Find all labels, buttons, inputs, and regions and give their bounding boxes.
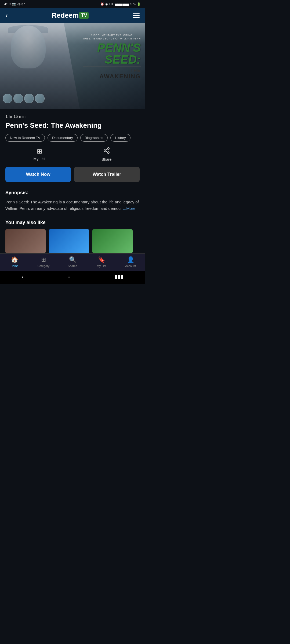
menu-button[interactable]: [133, 13, 140, 18]
hero-image: A DOCUMENTARY EXPLORING THE LIFE AND LEG…: [0, 23, 145, 109]
movie-duration: 1 hr 15 min: [5, 114, 140, 119]
status-right: ⏰ ◉ LTE ▅▅▅ ▅▅▅ 16% 🔋: [100, 2, 141, 6]
actions-row: ⊞ My List Share: [5, 147, 140, 162]
nav-category-label: Category: [38, 264, 50, 268]
nav-home-label: Home: [10, 264, 18, 268]
watch-buttons: Watch Now Watch Trailer: [5, 167, 140, 182]
svg-point-2: [107, 152, 109, 154]
more-link[interactable]: ...More: [123, 206, 136, 211]
tag-documentary[interactable]: Documentary: [48, 134, 77, 142]
also-like-card-2[interactable]: [49, 229, 89, 253]
movie-tags: New to Redeem TV Documentary Biographies…: [5, 134, 140, 142]
person-2: [13, 94, 23, 103]
add-list-icon: ⊞: [37, 148, 42, 155]
sys-home-button[interactable]: ○: [67, 274, 71, 280]
synopsis-section: Synopsis: Penn's Seed: The Awakening is …: [0, 190, 145, 217]
hero-title-the: THE: [83, 68, 141, 73]
time: 4:19: [4, 2, 10, 6]
nav-account-label: Account: [125, 264, 136, 268]
nav-search[interactable]: 🔍 Search: [58, 256, 87, 268]
nav-search-label: Search: [68, 264, 77, 268]
my-list-label: My List: [34, 157, 45, 161]
battery-level: 16%: [130, 2, 136, 6]
status-bar: 4:19 📷 ◁ ◁ • ⏰ ◉ LTE ▅▅▅ ▅▅▅ 16% 🔋: [0, 0, 145, 8]
share-button[interactable]: Share: [102, 147, 111, 162]
synopsis-title: Synopsis:: [5, 190, 140, 196]
tag-history[interactable]: History: [110, 134, 130, 142]
network-label: LTE: [109, 2, 114, 6]
nav-my-list[interactable]: 🔖 My List: [87, 256, 116, 268]
share-icon: [103, 147, 110, 156]
movie-title: Penn's Seed: The Awakening: [5, 121, 140, 130]
person-1: [3, 94, 12, 103]
menu-line-1: [133, 13, 140, 14]
also-like-section: You may also like: [0, 217, 145, 253]
sys-recent-button[interactable]: ▮▮▮: [114, 273, 123, 280]
app-logo: RedeemTV: [52, 11, 89, 20]
signal-bars: ▅▅▅ ▅▅▅: [115, 2, 129, 6]
my-list-nav-icon: 🔖: [98, 256, 105, 263]
bottom-nav: 🏠 Home ⊞ Category 🔍 Search 🔖 My List 👤 A…: [0, 253, 145, 271]
watch-now-button[interactable]: Watch Now: [5, 167, 71, 182]
my-list-button[interactable]: ⊞ My List: [34, 148, 45, 161]
home-icon: 🏠: [11, 256, 18, 263]
tag-biographies[interactable]: Biographies: [80, 134, 108, 142]
battery-icon: 🔋: [137, 2, 141, 6]
logo-tv: TV: [79, 12, 89, 19]
back-button[interactable]: ‹: [5, 11, 8, 20]
hero-divider: [83, 67, 141, 67]
status-left: 4:19 📷 ◁ ◁ •: [4, 2, 25, 6]
nav-account[interactable]: 👤 Account: [116, 256, 145, 268]
tag-new[interactable]: New to Redeem TV: [5, 134, 45, 142]
nav-my-list-label: My List: [97, 264, 106, 268]
nav-category[interactable]: ⊞ Category: [29, 256, 58, 268]
synopsis-text: Penn's Seed: The Awakening is a document…: [5, 199, 140, 212]
main-content: 1 hr 15 min Penn's Seed: The Awakening N…: [0, 109, 145, 182]
account-icon: 👤: [127, 256, 134, 263]
share-label: Share: [102, 157, 111, 162]
menu-line-3: [133, 17, 140, 18]
svg-point-0: [107, 148, 109, 149]
hero-title-penn: PENN'S: [83, 42, 141, 54]
svg-line-4: [106, 149, 107, 150]
also-like-card-3[interactable]: [92, 229, 133, 253]
hero-title-seed: SEED:: [83, 54, 141, 65]
status-icons: 📷 ◁ ◁ •: [12, 2, 25, 6]
also-like-title: You may also like: [5, 220, 140, 225]
hero-title-block: A DOCUMENTARY EXPLORING THE LIFE AND LEG…: [83, 34, 141, 80]
person-4: [35, 94, 45, 103]
hero-title-awakening: AWAKENING: [83, 73, 141, 80]
also-like-row: [5, 229, 140, 253]
svg-line-3: [106, 151, 107, 152]
header: ‹ RedeemTV: [0, 8, 145, 23]
nav-home[interactable]: 🏠 Home: [0, 256, 29, 268]
watch-trailer-button[interactable]: Watch Trailer: [74, 167, 140, 182]
person-3: [24, 94, 34, 103]
search-icon: 🔍: [69, 256, 76, 263]
system-nav: ‹ ○ ▮▮▮: [0, 271, 145, 284]
hero-subtitle: A DOCUMENTARY EXPLORING THE LIFE AND LEG…: [83, 34, 141, 40]
logo-text: Redeem: [52, 11, 79, 20]
alarm-icon: ⏰: [100, 2, 104, 6]
also-like-card-1[interactable]: [5, 229, 46, 253]
category-icon: ⊞: [41, 256, 46, 263]
sys-back-button[interactable]: ‹: [22, 274, 24, 280]
hero-people: [3, 94, 45, 103]
svg-point-1: [104, 150, 106, 152]
menu-line-2: [133, 15, 140, 16]
wifi-icon: ◉: [105, 2, 108, 6]
